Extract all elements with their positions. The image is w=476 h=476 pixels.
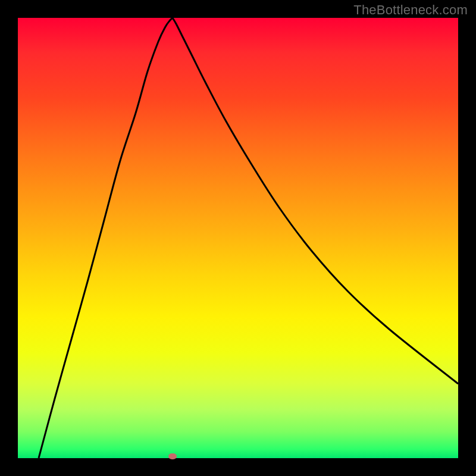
- curve-svg: [18, 18, 458, 458]
- plot-area: [18, 18, 458, 458]
- minimum-marker: [168, 453, 177, 459]
- chart-frame: TheBottleneck.com: [0, 0, 476, 476]
- curve-left-branch: [39, 18, 173, 458]
- watermark-text: TheBottleneck.com: [353, 2, 468, 18]
- curve-right-branch: [173, 18, 458, 384]
